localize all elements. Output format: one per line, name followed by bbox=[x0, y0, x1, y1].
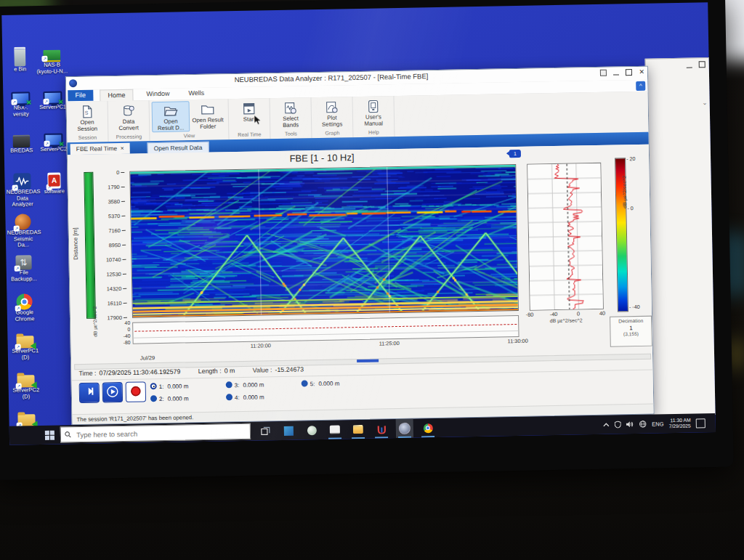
desktop-icon-label: NEUBREDAS Seismic Da... bbox=[7, 230, 39, 248]
ribbon-button-open-result-folder[interactable]: Open Result Folder bbox=[190, 100, 227, 131]
radio-icon[interactable] bbox=[150, 395, 157, 402]
tab-wells[interactable]: Wells bbox=[181, 88, 211, 100]
desktop-icon-nas-b[interactable]: ↗NAS-B (kyoto-U-N... bbox=[36, 46, 68, 75]
colorbar-label: dB µε^2/sec^2 bbox=[621, 159, 628, 224]
tab-file[interactable]: File bbox=[68, 90, 93, 102]
data-analyzer-app-icon[interactable] bbox=[396, 419, 413, 438]
record-button[interactable] bbox=[126, 381, 147, 402]
skip-button[interactable] bbox=[79, 383, 100, 404]
ribbon-group-view: Open Result D...Open Result FolderView bbox=[150, 99, 230, 141]
ribbon-button-open-session[interactable]: SOpen Session bbox=[69, 102, 106, 134]
ribbon-button-plot-settings[interactable]: Plot Settings bbox=[314, 98, 351, 129]
radio-icon[interactable] bbox=[302, 380, 308, 386]
folder-icon: ↗ bbox=[16, 336, 33, 348]
desktop-icon-bredas[interactable]: BREDAS bbox=[5, 132, 38, 154]
ribbon-collapse-button[interactable]: ^ bbox=[636, 81, 645, 91]
ribbon-button-select-bands[interactable]: Select Bands bbox=[272, 99, 310, 130]
close-icon[interactable]: ✕ bbox=[639, 68, 644, 76]
shield-icon[interactable] bbox=[615, 421, 621, 428]
marker-radio-4[interactable]: 4:0.000 m bbox=[226, 393, 264, 401]
strip-y-tick: 0 bbox=[113, 327, 130, 332]
strip-y-tick: -80 bbox=[113, 340, 131, 345]
value-value: -15.24673 bbox=[275, 365, 304, 373]
radio-icon[interactable] bbox=[150, 383, 157, 389]
radio-value: 0.000 m bbox=[243, 381, 264, 389]
doc-tab-label: FBE Real Time bbox=[76, 145, 118, 153]
y-tick: 3580 bbox=[96, 198, 125, 205]
tab-home[interactable]: Home bbox=[100, 89, 133, 102]
desktop-icon-nbx-[interactable]: ↗NBX-. versity bbox=[4, 90, 37, 118]
backup-app-icon[interactable] bbox=[373, 419, 390, 438]
search-input[interactable] bbox=[75, 426, 246, 439]
chrome-app-icon[interactable] bbox=[419, 418, 437, 437]
marker-radio-3[interactable]: 3:0.000 m bbox=[226, 381, 264, 389]
dev-icon bbox=[12, 134, 30, 147]
maximize-icon[interactable] bbox=[699, 61, 705, 68]
language-indicator[interactable]: ENG bbox=[652, 421, 663, 427]
strip-chart[interactable] bbox=[132, 315, 519, 344]
desktop-icon-file[interactable]: ⇅↗File Backupp... bbox=[7, 254, 40, 283]
mail-app-icon[interactable] bbox=[280, 421, 297, 440]
search-icon bbox=[65, 431, 71, 438]
desktop-icon-serverpc2[interactable]: ↗ServerPC2 bbox=[37, 131, 70, 153]
desktop-icon-neubredas[interactable]: ↗NEUBREDAS Data Analyzer bbox=[6, 173, 39, 208]
play-button[interactable] bbox=[102, 382, 124, 403]
wave-icon: ↗ bbox=[13, 173, 31, 189]
desktop-icon-serverpc1-d-[interactable]: ↗ServerPC1 (D) bbox=[9, 333, 41, 361]
ribbon-button-label: Open Result Folder bbox=[190, 117, 226, 130]
fbe-heatmap-canvas[interactable] bbox=[129, 164, 519, 318]
tab-window[interactable]: Window bbox=[139, 89, 177, 100]
doc-icon: S bbox=[69, 105, 105, 118]
fbe-profile-canvas[interactable] bbox=[527, 163, 604, 311]
ribbon-button-data-convert[interactable]: Data Convert bbox=[110, 102, 147, 133]
background-window-controls[interactable] bbox=[687, 61, 705, 69]
taskbar-app-icons bbox=[251, 418, 437, 441]
close-tab-icon[interactable]: × bbox=[121, 145, 124, 152]
start-button[interactable] bbox=[39, 426, 60, 445]
marker-radio-1[interactable]: 1:0.000 m bbox=[150, 382, 189, 390]
ribbon-button-start[interactable]: Start bbox=[231, 100, 268, 131]
task-view-icon[interactable] bbox=[256, 421, 274, 440]
ribbon-group-session: SOpen SessionSession bbox=[67, 101, 109, 142]
x-tick: 11:20:00 bbox=[251, 342, 271, 349]
time-label: Time : bbox=[78, 370, 96, 377]
ribbon-group-processing: Data ConvertProcessing bbox=[108, 100, 150, 142]
desktop-icon-neubredas[interactable]: ↗NEUBREDAS Seismic Da... bbox=[7, 214, 39, 248]
desktop-icon-software[interactable]: ↗software bbox=[38, 172, 70, 195]
marker-radio-2[interactable]: 2:0.000 m bbox=[150, 394, 189, 402]
clock[interactable]: 11:30 AM7/29/2025 bbox=[668, 418, 691, 430]
minimize-icon[interactable] bbox=[687, 62, 692, 68]
ribbon-button-user-s-manual[interactable]: User's Manual bbox=[355, 97, 392, 129]
background-window[interactable]: ⌄ bbox=[645, 57, 716, 416]
desktop-icon-e-bin[interactable]: e Bin bbox=[4, 46, 36, 73]
doc-tab-fbe-real-time[interactable]: FBE Real Time × bbox=[70, 143, 130, 155]
desktop-icon-serverpc1[interactable]: ↗ServerPC1 bbox=[36, 89, 69, 110]
desktop-icon-google[interactable]: ↗Google Chrome bbox=[8, 293, 41, 322]
radio-icon[interactable] bbox=[226, 381, 232, 388]
orange-icon: ↗ bbox=[15, 214, 31, 230]
network-globe-icon[interactable] bbox=[639, 421, 647, 428]
child-restore-icon[interactable] bbox=[600, 69, 607, 76]
tray-chevron-icon[interactable] bbox=[603, 422, 610, 427]
edge-app-icon[interactable] bbox=[303, 421, 320, 439]
scrollbar-thumb[interactable] bbox=[357, 360, 379, 363]
window-controls: ✕ bbox=[600, 68, 644, 76]
chevron-down-icon[interactable]: ⌄ bbox=[702, 99, 708, 106]
file-explorer-icon[interactable] bbox=[349, 420, 367, 439]
desktop-icon-serverpc2-d-[interactable]: ↗ServerPC2 (D) bbox=[9, 372, 42, 400]
taskbar-search[interactable] bbox=[60, 423, 251, 443]
action-center-icon[interactable] bbox=[696, 418, 705, 428]
marker-tag[interactable]: 1 bbox=[509, 150, 521, 158]
minimize-icon[interactable] bbox=[613, 69, 619, 75]
buffer-progress-bar[interactable] bbox=[84, 172, 96, 319]
desktop-icon-label: BREDAS bbox=[6, 147, 38, 154]
shortcut-arrow-icon: ↗ bbox=[44, 141, 50, 147]
display-app-icon[interactable] bbox=[326, 420, 344, 439]
ribbon-button-open-result-d-[interactable]: Open Result D... bbox=[152, 101, 190, 132]
maximize-icon[interactable] bbox=[626, 69, 632, 76]
horizontal-scrollbar[interactable] bbox=[74, 354, 651, 370]
speaker-icon[interactable] bbox=[626, 421, 634, 428]
desktop-icon-label: NAS-B (kyoto-U-N... bbox=[36, 62, 68, 75]
marker-radio-5[interactable]: 5:0.000 m bbox=[302, 380, 340, 388]
radio-icon[interactable] bbox=[226, 394, 232, 400]
